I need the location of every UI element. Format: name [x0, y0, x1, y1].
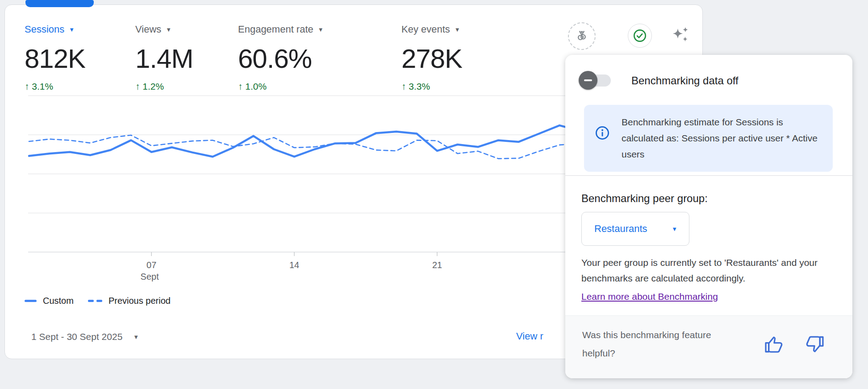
- chevron-down-icon: ▼: [166, 27, 171, 33]
- metric-sessions-label: Sessions: [25, 24, 64, 35]
- peer-group-selected-value: Restaurants: [594, 223, 647, 235]
- data-quality-button[interactable]: [628, 24, 652, 48]
- chevron-down-icon: ▼: [318, 27, 324, 33]
- thumbs-down-button[interactable]: [805, 335, 825, 354]
- legend-dashed-line-swatch: [88, 300, 102, 302]
- peer-group-select[interactable]: Restaurants ▼: [581, 212, 689, 246]
- up-arrow-icon: ↑: [238, 81, 243, 91]
- x-axis-tick-label: 07: [146, 260, 156, 270]
- insights-button[interactable]: [669, 25, 691, 46]
- date-range-selector[interactable]: 1 Sept - 30 Sept 2025 ▼: [31, 331, 139, 342]
- legend-previous-period-label: Previous period: [108, 296, 171, 306]
- up-arrow-icon: ↑: [135, 81, 140, 91]
- benchmarking-toggle[interactable]: [579, 71, 597, 90]
- benchmarking-info-box: Benchmarking estimate for Sessions is ca…: [584, 105, 833, 172]
- metric-engagement-rate-value: 60.6%: [238, 43, 324, 74]
- benchmarking-popover: Benchmarking data off Benchmarking estim…: [565, 55, 852, 378]
- metric-key-events-header[interactable]: Key events ▼: [401, 24, 462, 35]
- selected-tab-indicator[interactable]: [25, 0, 94, 7]
- custom-series-line: [29, 125, 580, 157]
- metric-views-value: 1.4M: [135, 43, 193, 74]
- metric-views-label: Views: [135, 24, 161, 35]
- toggle-off-minus-icon: [584, 79, 592, 81]
- info-icon: [595, 125, 610, 141]
- metric-sessions-header[interactable]: Sessions ▼: [25, 24, 85, 35]
- legend-custom-label: Custom: [43, 296, 74, 306]
- metric-engagement-rate-delta: ↑ 1.0%: [238, 81, 324, 92]
- chevron-down-icon: ▼: [455, 27, 460, 33]
- metric-views: Views ▼ 1.4M ↑ 1.2%: [135, 24, 193, 92]
- up-arrow-icon: ↑: [25, 81, 29, 91]
- x-axis-month-label: Sept: [141, 272, 159, 281]
- benchmarking-button[interactable]: [568, 22, 596, 50]
- x-axis-tick-label: 21: [432, 260, 442, 270]
- metric-sessions: Sessions ▼ 812K ↑ 3.1%: [25, 24, 85, 92]
- popover-divider: [565, 175, 852, 176]
- sparkles-icon: [669, 25, 691, 46]
- feedback-footer: Was this benchmarking feature helpful?: [565, 315, 852, 378]
- chevron-down-icon: ▼: [69, 27, 75, 33]
- popover-title: Benchmarking data off: [631, 74, 739, 87]
- metric-key-events-label: Key events: [401, 24, 450, 35]
- date-range-label: 1 Sept - 30 Sept 2025: [31, 331, 122, 342]
- metric-views-header[interactable]: Views ▼: [135, 24, 193, 35]
- peer-group-description: Your peer group is currently set to 'Res…: [581, 255, 834, 286]
- chevron-down-icon: ▼: [133, 334, 139, 340]
- metric-views-delta: ↑ 1.2%: [135, 81, 193, 92]
- metric-engagement-rate-header[interactable]: Engagement rate ▼: [238, 24, 324, 35]
- check-circle-icon: [633, 29, 647, 43]
- metric-engagement-rate: Engagement rate ▼ 60.6% ↑ 1.0%: [238, 24, 324, 92]
- analytics-page: 07Sept1421 Sessions ▼ 812K ↑ 3.1% Views …: [0, 0, 868, 389]
- chevron-down-icon: ▼: [672, 226, 677, 232]
- previous-period-line: [29, 135, 580, 159]
- metric-sessions-value: 812K: [25, 43, 85, 74]
- thumbs-up-button[interactable]: [764, 335, 784, 354]
- x-axis-tick-label: 14: [289, 260, 299, 270]
- metric-key-events: Key events ▼ 278K ↑ 3.3%: [401, 24, 462, 92]
- feedback-question: Was this benchmarking feature helpful?: [582, 326, 730, 362]
- metric-sessions-delta: ↑ 3.1%: [25, 81, 85, 92]
- chart-legend: Custom Previous period: [25, 296, 171, 306]
- metric-engagement-rate-label: Engagement rate: [238, 24, 313, 35]
- info-box-text: Benchmarking estimate for Sessions is ca…: [622, 114, 825, 162]
- metric-key-events-delta: ↑ 3.3%: [401, 81, 462, 92]
- legend-solid-line-swatch: [25, 300, 37, 302]
- peer-group-heading: Benchmarking peer group:: [581, 192, 708, 205]
- learn-more-link[interactable]: Learn more about Benchmarking: [581, 291, 718, 302]
- medal-icon: [575, 29, 589, 43]
- metric-key-events-value: 278K: [401, 43, 462, 74]
- up-arrow-icon: ↑: [401, 81, 406, 91]
